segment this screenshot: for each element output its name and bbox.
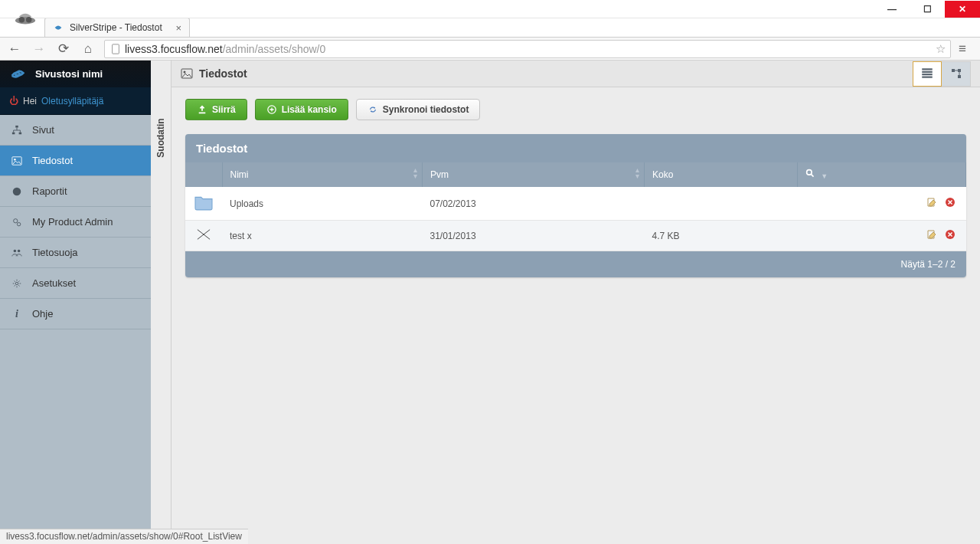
sidebar-item-pages[interactable]: Sivut: [0, 115, 151, 146]
window-minimize-button[interactable]: —: [874, 1, 910, 18]
greeting-prefix: Hei: [23, 96, 37, 107]
browser-back-button[interactable]: ←: [6, 41, 23, 57]
page-icon: [109, 43, 122, 55]
url-bar[interactable]: livess3.focusflow.net/admin/assets/show/…: [104, 40, 951, 58]
svg-rect-18: [958, 69, 961, 72]
grid-col-name[interactable]: Nimi▴▾: [222, 162, 423, 187]
sidebar-item-label: Ohje: [32, 308, 53, 320]
files-grid: Tiedostot Nimi▴▾ Pvm▴▾ Koko ▼: [185, 134, 966, 277]
svg-rect-3: [113, 44, 119, 53]
browser-home-button[interactable]: ⌂: [80, 41, 96, 57]
delete-icon[interactable]: [945, 229, 956, 242]
add-folder-button[interactable]: Lisää kansio: [255, 99, 348, 120]
sidebar-item-help[interactable]: i Ohje: [0, 299, 151, 329]
sidebar-item-settings[interactable]: Asetukset: [0, 268, 151, 299]
people-icon: [11, 247, 23, 259]
sidebar-item-files[interactable]: Tiedostot: [0, 146, 151, 176]
sidebar-item-label: My Product Admin: [32, 216, 113, 228]
greeting-bar: ⏻ Hei Oletusylläpitäjä: [0, 87, 151, 115]
row-size: [645, 187, 798, 221]
svg-point-13: [18, 249, 21, 252]
search-icon[interactable]: [805, 169, 815, 179]
browser-status-bar: livess3.focusflow.net/admin/assets/show/…: [0, 529, 248, 544]
power-icon[interactable]: ⏻: [9, 96, 18, 107]
filter-label: Suodatin: [155, 118, 166, 157]
info-icon: i: [11, 308, 23, 320]
grid-col-date[interactable]: Pvm▴▾: [423, 162, 645, 187]
svg-point-11: [17, 222, 20, 225]
row-date: 07/02/2013: [423, 187, 645, 221]
svg-point-16: [184, 71, 186, 74]
svg-rect-5: [12, 132, 15, 134]
silverstripe-logo-icon: [9, 66, 26, 83]
app-container: Sivustosi nimi ⏻ Hei Oletusylläpitäjä Si…: [0, 61, 980, 544]
sidebar: Sivustosi nimi ⏻ Hei Oletusylläpitäjä Si…: [0, 61, 151, 544]
button-label: Siirrä: [212, 104, 236, 115]
browser-tab[interactable]: SilverStripe - Tiedostot ×: [44, 18, 190, 37]
dropdown-icon[interactable]: ▼: [821, 172, 828, 180]
svg-rect-4: [15, 125, 18, 127]
incognito-icon: [14, 6, 37, 29]
filter-panel-collapsed[interactable]: Suodatin: [151, 61, 172, 544]
grid-col-size[interactable]: Koko: [645, 162, 798, 187]
browser-reload-button[interactable]: ⟳: [55, 41, 72, 57]
browser-forward-button[interactable]: →: [31, 41, 47, 57]
sitemap-icon: [11, 124, 23, 136]
sync-button[interactable]: Synkronoi tiedostot: [356, 99, 481, 120]
window-close-button[interactable]: ✕: [945, 1, 980, 18]
sidebar-item-productadmin[interactable]: My Product Admin: [0, 207, 151, 238]
globe-icon: [11, 185, 23, 198]
os-titlebar: — ☐ ✕: [0, 0, 980, 18]
sidebar-header: Sivustosi nimi: [0, 61, 151, 87]
grid-header-row: Nimi▴▾ Pvm▴▾ Koko ▼: [185, 162, 966, 187]
greeting-user-link[interactable]: Oletusylläpitäjä: [41, 96, 103, 107]
svg-point-9: [13, 187, 21, 195]
sidebar-item-label: Asetukset: [32, 277, 76, 289]
bookmark-star-icon[interactable]: ☆: [936, 42, 946, 56]
row-date: 31/01/2013: [423, 221, 645, 251]
svg-rect-19: [958, 75, 961, 78]
sort-icon: ▴▾: [635, 167, 639, 179]
svg-point-10: [14, 218, 18, 222]
upload-button[interactable]: Siirrä: [185, 99, 247, 120]
svg-point-0: [15, 17, 35, 24]
row-name: test x: [222, 221, 423, 251]
view-list-button[interactable]: [913, 61, 942, 87]
delete-icon[interactable]: [945, 197, 956, 210]
site-name: Sivustosi nimi: [35, 68, 103, 80]
grid-pagination: Näytä 1–2 / 2: [185, 251, 966, 277]
sidebar-item-reports[interactable]: Raportit: [0, 176, 151, 207]
table-row[interactable]: Uploads 07/02/2013: [185, 187, 966, 221]
sidebar-item-label: Tiedostot: [32, 155, 73, 166]
url-text: livess3.focusflow.net/admin/assets/show/…: [125, 43, 325, 55]
sidebar-nav: Sivut Tiedostot Raportit My Product Admi…: [0, 115, 151, 544]
image-icon: [11, 155, 23, 167]
svg-point-14: [15, 282, 18, 285]
row-name: Uploads: [222, 187, 423, 221]
table-row[interactable]: test x 31/01/2013 4.7 KB: [185, 221, 966, 251]
browser-tab-row: SilverStripe - Tiedostot ×: [0, 18, 980, 38]
tab-favicon-icon: [53, 22, 64, 33]
browser-menu-button[interactable]: ≡: [959, 41, 974, 57]
gear-icon: [11, 277, 23, 290]
svg-point-2: [26, 17, 32, 23]
main-header: Tiedostot: [172, 61, 980, 87]
svg-rect-17: [952, 69, 955, 72]
view-tree-button[interactable]: [942, 61, 971, 87]
tab-title: SilverStripe - Tiedostot: [70, 22, 169, 33]
row-type-icon: [185, 221, 222, 251]
page-title: Tiedostot: [199, 67, 247, 80]
svg-point-1: [19, 17, 25, 23]
window-maximize-button[interactable]: ☐: [910, 1, 945, 18]
browser-toolbar: ← → ⟳ ⌂ livess3.focusflow.net/admin/asse…: [0, 38, 980, 61]
svg-point-12: [14, 249, 17, 252]
image-icon: [181, 67, 193, 80]
edit-icon[interactable]: [926, 197, 937, 210]
toolbar: Siirrä Lisää kansio Synkronoi tiedostot: [185, 99, 966, 120]
tab-close-icon[interactable]: ×: [175, 22, 181, 34]
edit-icon[interactable]: [926, 229, 937, 242]
sync-icon: [368, 104, 378, 115]
svg-point-8: [14, 158, 16, 160]
sidebar-item-label: Sivut: [32, 124, 54, 136]
sidebar-item-security[interactable]: Tietosuoja: [0, 238, 151, 268]
